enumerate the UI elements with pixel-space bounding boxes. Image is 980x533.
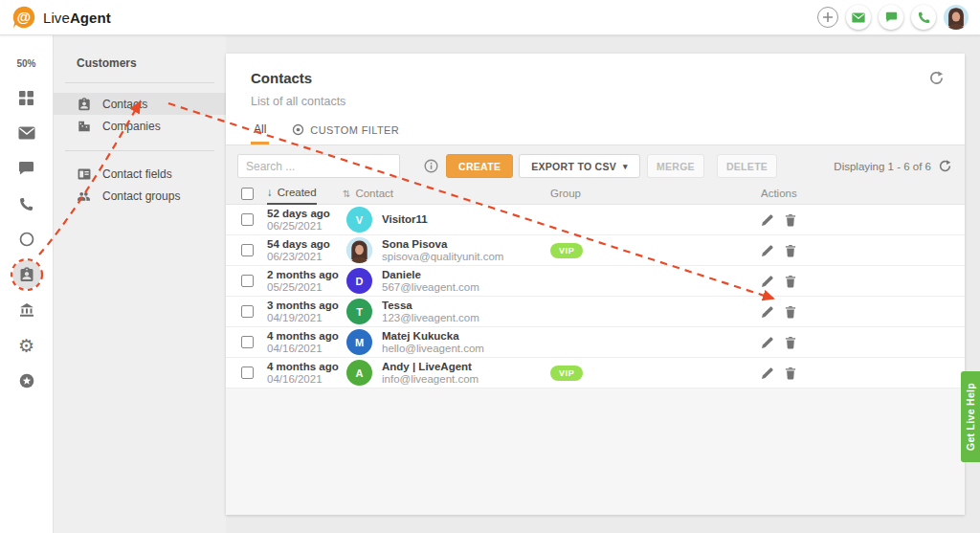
sidebar-chat-icon[interactable] xyxy=(12,154,41,183)
get-live-help-button[interactable]: Get Live Help xyxy=(961,371,980,462)
email-icon xyxy=(852,12,865,23)
usage-percent: 50% xyxy=(16,58,35,70)
pencil-icon xyxy=(761,336,774,349)
created-date: 06/23/2021 xyxy=(267,251,330,263)
liveagent-logo: @ LiveAgent xyxy=(11,5,111,30)
top-actions xyxy=(817,5,969,30)
contact-row[interactable]: 2 months ago 05/25/2021 D Daniele 567@li… xyxy=(226,266,965,297)
sidebar-customers-icon[interactable] xyxy=(12,260,41,289)
nav-item-label: Contact groups xyxy=(102,189,180,203)
column-actions: Actions xyxy=(749,183,953,204)
contact-name[interactable]: Visitor11 xyxy=(382,213,428,226)
trash-icon xyxy=(785,336,796,349)
tab-custom-filter[interactable]: CUSTOM FILTER xyxy=(292,123,399,144)
new-chat-button[interactable] xyxy=(879,5,903,30)
nav-item-contacts[interactable]: Contacts xyxy=(54,93,226,115)
merge-button[interactable]: MERGE xyxy=(647,154,704,178)
select-all-checkbox[interactable] xyxy=(241,188,254,200)
refresh-button[interactable] xyxy=(929,71,944,89)
nav-item-label: Companies xyxy=(102,120,161,133)
create-button[interactable]: CREATE xyxy=(446,154,513,178)
export-to-csv-button[interactable]: EXPORT TO CSV ▾ xyxy=(519,154,640,178)
contact-row[interactable]: 4 months ago 04/16/2021 M Matej Kukucka … xyxy=(226,327,965,358)
edit-button[interactable] xyxy=(761,366,774,380)
contact-row[interactable]: 54 days ago 06/23/2021 S Sona Pisova spi… xyxy=(226,235,965,266)
edit-button[interactable] xyxy=(761,213,774,227)
edit-button[interactable] xyxy=(761,275,774,288)
created-date: 05/25/2021 xyxy=(267,281,339,294)
add-new-button[interactable] xyxy=(817,7,838,28)
edit-button[interactable] xyxy=(761,336,774,349)
created-cell: 52 days ago 06/25/2021 xyxy=(264,208,343,233)
avatar: S xyxy=(346,237,372,263)
nav-item-contact-groups[interactable]: Contact groups xyxy=(54,185,226,207)
sidebar-tickets-icon[interactable] xyxy=(12,119,41,147)
column-contact[interactable]: ⇅ Contact xyxy=(343,183,539,204)
row-checkbox[interactable] xyxy=(241,213,254,226)
page-title: Contacts xyxy=(251,70,942,86)
new-email-button[interactable] xyxy=(846,5,871,30)
user-avatar[interactable] xyxy=(944,5,969,30)
sidebar-settings-icon[interactable]: ⚙ xyxy=(12,331,41,360)
contact-row[interactable]: 3 months ago 04/19/2021 T Tessa 123@live… xyxy=(226,297,965,327)
column-group[interactable]: Group xyxy=(539,183,749,204)
main-area: Contacts List of all contacts All CUSTOM… xyxy=(226,35,980,533)
sidebar-billing-icon[interactable] xyxy=(12,296,41,324)
pencil-icon xyxy=(761,366,774,380)
tab-all[interactable]: All xyxy=(251,122,269,144)
delete-button[interactable]: DELETE xyxy=(717,154,777,178)
row-checkbox[interactable] xyxy=(241,244,254,256)
delete-button[interactable] xyxy=(785,213,796,227)
contact-email: 567@liveagent.com xyxy=(382,281,479,294)
contact-name[interactable]: Sona Pisova xyxy=(382,238,503,251)
avatar: A xyxy=(346,360,372,386)
sort-icon: ⇅ xyxy=(343,189,350,199)
delete-button[interactable] xyxy=(785,305,796,319)
actions-cell xyxy=(749,244,965,257)
divider xyxy=(65,150,214,151)
toolbar: CREATE EXPORT TO CSV ▾ MERGE DELETE Disp… xyxy=(237,152,953,180)
row-checkbox[interactable] xyxy=(241,366,254,379)
contact-row[interactable]: 4 months ago 04/16/2021 A Andy | LiveAge… xyxy=(226,358,965,389)
table-controls: CREATE EXPORT TO CSV ▾ MERGE DELETE Disp… xyxy=(226,144,965,205)
created-date: 06/25/2021 xyxy=(267,220,330,233)
subnav-title: Customers xyxy=(77,56,226,70)
actions-cell xyxy=(749,213,965,227)
sidebar-calls-icon[interactable] xyxy=(12,189,41,218)
customers-subnav: Customers Contacts Companies Contact fie… xyxy=(54,35,226,533)
column-created[interactable]: ↓ Created xyxy=(267,182,317,205)
top-bar: @ LiveAgent xyxy=(0,0,980,35)
info-icon[interactable] xyxy=(424,159,438,173)
contact-groups-icon xyxy=(77,190,91,202)
trash-icon xyxy=(785,305,796,319)
avatar: T xyxy=(346,299,372,324)
contact-name[interactable]: Matej Kukucka xyxy=(382,330,484,343)
row-checkbox[interactable] xyxy=(241,336,254,348)
chat-icon xyxy=(885,11,898,23)
row-checkbox[interactable] xyxy=(241,275,254,287)
refresh-list-button[interactable] xyxy=(939,160,951,172)
created-cell: 54 days ago 06/23/2021 xyxy=(264,238,343,263)
sidebar-sla-icon[interactable] xyxy=(12,225,41,254)
delete-button[interactable] xyxy=(785,336,796,349)
nav-item-contact-fields[interactable]: Contact fields xyxy=(54,163,226,185)
created-relative: 3 months ago xyxy=(267,300,339,312)
sidebar-starred-icon[interactable] xyxy=(12,366,41,395)
edit-button[interactable] xyxy=(761,305,774,319)
nav-item-companies[interactable]: Companies xyxy=(54,115,226,137)
new-call-button[interactable] xyxy=(911,5,936,30)
search-input[interactable] xyxy=(237,154,400,178)
tab-bar: All CUSTOM FILTER xyxy=(226,122,965,144)
row-checkbox[interactable] xyxy=(241,305,254,318)
contact-name[interactable]: Tessa xyxy=(382,300,479,312)
contact-row[interactable]: 52 days ago 06/25/2021 V Visitor11 xyxy=(226,205,965,235)
sidebar-dashboard-icon[interactable] xyxy=(12,83,41,112)
delete-button[interactable] xyxy=(785,366,796,380)
delete-button[interactable] xyxy=(785,275,796,288)
trash-icon xyxy=(785,366,796,380)
liveagent-bubble-icon: @ xyxy=(11,5,36,30)
contact-name[interactable]: Daniele xyxy=(382,269,479,281)
edit-button[interactable] xyxy=(761,244,774,257)
delete-button[interactable] xyxy=(785,244,796,257)
contact-name[interactable]: Andy | LiveAgent xyxy=(382,361,479,373)
